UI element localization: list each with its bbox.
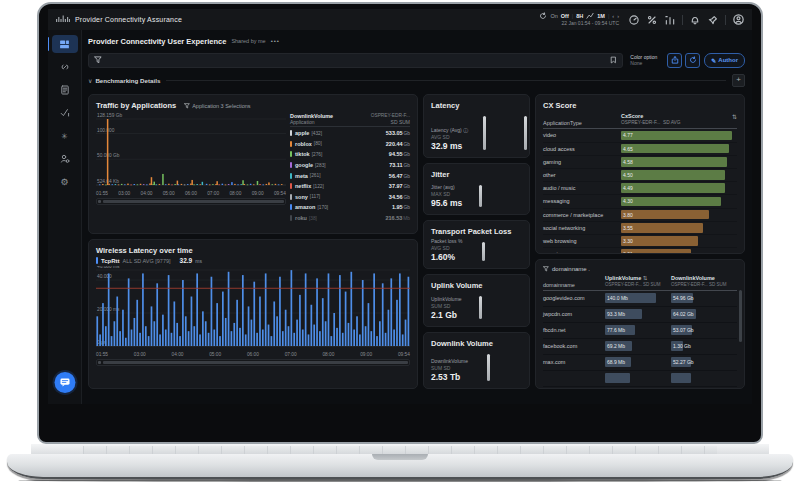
link-icon xyxy=(60,62,70,72)
domain-column[interactable]: domainname xyxy=(543,282,605,288)
next-range-button[interactable]: › xyxy=(617,13,619,20)
wireless-scrollbar[interactable] xyxy=(96,359,410,366)
legend-row[interactable]: apple[432]533.05Gb xyxy=(290,128,410,139)
cx-table-row[interactable]: audio / music4.49 xyxy=(543,182,737,195)
cx-table-row[interactable]: other4.50 xyxy=(543,169,737,182)
cx-table-row[interactable]: commerce / marketplace3.80 xyxy=(543,209,737,222)
share-button[interactable] xyxy=(667,53,682,68)
cx-table-row[interactable]: video4.77 xyxy=(543,129,737,142)
sidebar-item-flows[interactable] xyxy=(52,104,78,122)
legend-row[interactable]: google[283]73.11Gb xyxy=(290,160,410,171)
domain-downlink-cell: 54.96 Gb xyxy=(671,293,737,303)
domain-uplink-cell: 140.0 Mb xyxy=(605,293,671,303)
legend-row[interactable]: tiktok[276]94.55Gb xyxy=(290,149,410,160)
domain-table-row[interactable]: googlevideo.com140.0 Mb54.96 Gb xyxy=(543,291,737,307)
info-icon[interactable]: ⓘ xyxy=(462,127,468,133)
sidebar-item-network[interactable]: ✳ xyxy=(52,127,78,145)
domain-uplink-value: 77.6 Mb xyxy=(607,327,625,333)
author-button[interactable]: ✎ Author xyxy=(704,53,745,68)
sidebar-item-settings[interactable]: ⚙ xyxy=(52,173,78,191)
cx-table-header: ApplicationType CxScore OSPREY-EDR-F... … xyxy=(543,113,737,129)
domain-table-row[interactable] xyxy=(543,371,737,387)
legend-app-name: netflix xyxy=(295,183,311,189)
auto-refresh-on[interactable]: On xyxy=(550,13,557,20)
auto-refresh-icon[interactable] xyxy=(539,12,547,20)
domains-scrollbar[interactable] xyxy=(739,290,742,342)
gauge-icon[interactable] xyxy=(628,14,640,26)
cx-score-bar: 4.65 xyxy=(621,144,729,154)
sidebar-item-connections[interactable] xyxy=(52,58,78,76)
notifications-bell-icon[interactable] xyxy=(689,14,701,26)
wireless-legend[interactable]: TcpRtt ALL SD AVG [9779] 32.9 ms xyxy=(96,257,410,264)
user-avatar[interactable] xyxy=(732,14,744,26)
downlink-column[interactable]: DownlinkVolume xyxy=(671,275,737,282)
pin-icon[interactable] xyxy=(707,14,719,26)
legend-agg-column: SD SUM xyxy=(391,119,410,125)
range-selector[interactable]: 8H xyxy=(576,13,583,20)
traffic-chart[interactable]: 128.159 Gb100.00050.000 Gb524.64 Kb 01:5… xyxy=(96,113,286,223)
domain-table-row[interactable]: fbcdn.net77.6 Mb53.07 Gb xyxy=(543,323,737,339)
cx-score-bar: 3.30 xyxy=(621,236,698,246)
traffic-scrollbar[interactable] xyxy=(96,198,286,205)
domain-uplink-bar xyxy=(605,373,630,383)
legend-row[interactable]: sony[117]34.56Gb xyxy=(290,192,410,203)
sidebar-item-user-admin[interactable] xyxy=(52,150,78,168)
cx-table-row[interactable]: cloud access4.65 xyxy=(543,143,737,156)
sidebar-item-dashboards[interactable] xyxy=(52,35,78,53)
cx-table-row[interactable]: gaming4.58 xyxy=(543,156,737,169)
legend-app-column[interactable]: Application xyxy=(290,119,314,125)
cx-table-row[interactable]: social networking3.55 xyxy=(543,222,737,235)
insights-chart-icon[interactable] xyxy=(664,14,676,26)
cx-table-row[interactable]: messaging4.30 xyxy=(543,195,737,208)
uplink-column[interactable]: UplinkVolume xyxy=(605,275,641,281)
sort-filter-icon[interactable]: ⇅ xyxy=(643,275,648,281)
chat-assistant-button[interactable] xyxy=(54,372,75,393)
legend-swatch xyxy=(290,215,292,221)
granularity-icon xyxy=(586,12,594,20)
auto-refresh-off[interactable]: Off xyxy=(561,13,569,20)
cx-table-row[interactable]: web browsing3.30 xyxy=(543,235,737,248)
wireless-chart-svg[interactable]: 46.080 ms40.00020.000 ms0 µs xyxy=(96,266,410,350)
wireless-panel-title: Wireless Latency over time xyxy=(96,246,410,255)
global-filter-input[interactable] xyxy=(88,53,623,68)
time-range-controls[interactable]: On Off | 8H 1M | ‹ › 22 Jan 01:54 - 09:5… xyxy=(539,12,619,26)
domain-table-row[interactable]: facebook.com69.2 Mb1.30 Gb xyxy=(543,339,737,355)
domain-downlink-value: 52.27 Gb xyxy=(673,359,694,365)
domain-table-row[interactable]: max.com68.9 Mb52.27 Gb xyxy=(543,355,737,371)
section-title[interactable]: Benchmarking Details xyxy=(95,77,160,84)
operations-icon[interactable] xyxy=(646,14,658,26)
prev-range-button[interactable]: ‹ xyxy=(612,13,614,20)
bookmark-icon[interactable] xyxy=(610,56,617,64)
granularity-selector[interactable]: 1M xyxy=(597,13,605,20)
legend-row[interactable]: roku[38]216.53Mb xyxy=(290,213,410,224)
color-option-control[interactable]: Color option None xyxy=(630,54,657,66)
add-panel-button[interactable]: + xyxy=(732,74,745,87)
domain-table-row[interactable]: jwpcdn.com93.3 Mb64.02 Gb xyxy=(543,307,737,323)
cisco-logo-icon xyxy=(56,15,70,24)
traffic-chart-svg[interactable]: 128.159 Gb100.00050.000 Gb524.64 Kb xyxy=(96,113,286,189)
chevron-down-icon[interactable]: ∨ xyxy=(88,77,92,84)
dashboard-icon xyxy=(59,39,70,50)
legend-row[interactable]: roblox[80]220.44Gb xyxy=(290,139,410,150)
legend-row[interactable]: amazon[170]1.95Gb xyxy=(290,202,410,213)
cx-table-row[interactable]: no sni3.01 xyxy=(543,248,737,254)
legend-row[interactable]: netflix[122]37.97Gb xyxy=(290,181,410,192)
more-menu-button[interactable]: ••• xyxy=(271,38,280,44)
domainname-filter-chip[interactable]: domainname . xyxy=(543,266,737,272)
refresh-button[interactable] xyxy=(685,53,700,68)
legend-app-name: apple xyxy=(295,130,309,136)
cx-score-value: 4.77 xyxy=(621,132,633,138)
panel-kpi-uplink-volume: Uplink VolumeUplinkVolumeSUM SD2.1 Gb xyxy=(423,274,530,327)
sort-filter-icon[interactable]: ⇅ xyxy=(732,113,737,120)
kpi-aggregation: AVG SD xyxy=(431,245,522,251)
cx-apptype-column[interactable]: ApplicationType xyxy=(543,120,621,126)
color-option-value[interactable]: None xyxy=(630,60,657,66)
filter-toolbar: Color option None ✎ Author xyxy=(88,51,745,69)
x-tick: 05:00 xyxy=(209,352,221,357)
legend-row[interactable]: meta[261]56.47Gb xyxy=(290,170,410,181)
sidebar-item-reports[interactable] xyxy=(52,81,78,99)
domain-downlink-value: 1.30 Gb xyxy=(673,343,691,349)
cx-score-column[interactable]: CxScore xyxy=(621,113,737,120)
application-filter-chip[interactable]: Application 3 Selections xyxy=(184,103,250,109)
kpi-title: Downlink Volume xyxy=(431,339,522,348)
